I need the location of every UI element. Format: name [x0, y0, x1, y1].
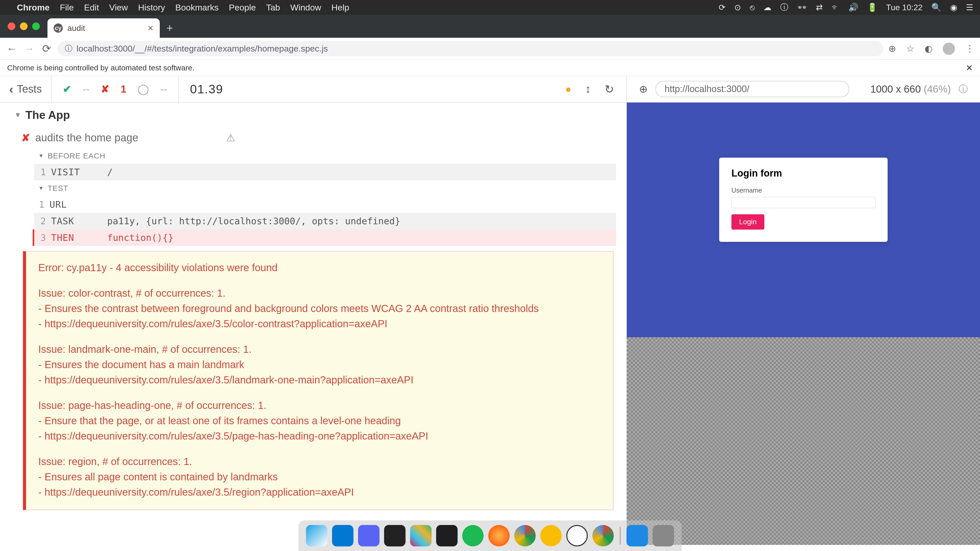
volume-icon[interactable]: 🔊 — [848, 3, 859, 12]
tray-icon[interactable]: ⟳ — [719, 3, 725, 12]
command-row-failed[interactable]: 3 THEN function(){} — [33, 229, 616, 246]
failed-count: 1 — [121, 83, 126, 95]
menu-window[interactable]: Window — [290, 3, 321, 13]
tray-icon[interactable]: ⊙ — [734, 3, 741, 12]
suite-header[interactable]: ▼ The App — [0, 103, 626, 127]
tab-favicon-icon: cy — [54, 24, 63, 33]
username-label: Username — [732, 186, 875, 194]
notice-text: Chrome is being controlled by automated … — [7, 64, 194, 72]
rerun-icon[interactable]: ↻ — [605, 83, 614, 96]
menu-help[interactable]: Help — [331, 3, 349, 13]
profile-avatar[interactable] — [943, 43, 955, 55]
issue-desc: - Ensure that the page, or at least one … — [38, 414, 601, 427]
dock-terminal[interactable] — [384, 525, 406, 546]
menu-people[interactable]: People — [229, 3, 256, 13]
tray-icon[interactable]: 👓 — [797, 3, 807, 12]
hook-before-each[interactable]: ▼ BEFORE EACH — [0, 148, 626, 164]
viewport-overflow — [627, 337, 980, 545]
site-info-icon[interactable]: ⓘ — [65, 43, 73, 54]
tray-icon[interactable]: ⎋ — [750, 3, 755, 12]
dock-cypress[interactable] — [566, 525, 588, 546]
suite-name: The App — [25, 109, 70, 121]
menu-tab[interactable]: Tab — [266, 3, 280, 13]
dock-finder[interactable] — [306, 525, 328, 546]
test-row[interactable]: ✘ audits the home page ⚠ — [0, 127, 626, 148]
menubar-tray: ⟳ ⊙ ⎋ ☁ ⓘ 👓 ⇄ ᯤ 🔊 🔋 Tue 10:22 🔍 ◉ ☰ — [719, 2, 974, 13]
passed-count: -- — [83, 83, 89, 95]
menu-icon[interactable]: ⋮ — [965, 43, 974, 54]
command-row[interactable]: 1 URL — [34, 196, 616, 213]
control-center-icon[interactable]: ☰ — [966, 3, 974, 12]
dock-chrome-canary[interactable] — [540, 525, 562, 546]
battery-icon[interactable]: 🔋 — [867, 3, 877, 12]
notice-close-icon[interactable]: ✕ — [966, 63, 973, 73]
preview-url[interactable]: http://localhost:3000/ — [655, 81, 850, 97]
dock-slack[interactable] — [410, 525, 431, 546]
dock-chrome-2[interactable] — [592, 525, 614, 546]
wifi-icon[interactable]: ᯤ — [832, 3, 840, 12]
issue-link: - https://dequeuniversity.com/rules/axe/… — [38, 317, 601, 330]
browser-tab[interactable]: cy audit ✕ — [48, 18, 160, 38]
tray-icon[interactable]: ☁ — [763, 3, 772, 12]
dock-trash[interactable] — [652, 525, 674, 546]
address-bar[interactable]: ⓘ localhost:3000/__/#/tests/integration/… — [58, 41, 883, 56]
tray-icon[interactable]: ⓘ — [780, 2, 788, 13]
dock-discord[interactable] — [358, 525, 380, 546]
dock-figma[interactable] — [436, 525, 458, 546]
window-minimize[interactable] — [20, 22, 27, 30]
command-row[interactable]: 2 TASK pa11y, {url: http://localhost:300… — [34, 213, 616, 229]
cmd-name: URL — [49, 199, 106, 210]
menu-file[interactable]: File — [60, 3, 74, 13]
tab-close-icon[interactable]: ✕ — [147, 24, 154, 33]
nav-reload-icon[interactable]: ⟳ — [40, 42, 52, 55]
dock-spotify[interactable] — [462, 525, 484, 546]
window-maximize[interactable] — [32, 22, 40, 30]
login-form-card: Login form Username Login — [719, 158, 888, 242]
new-tab-button[interactable]: + — [160, 18, 180, 38]
dock-app[interactable] — [627, 525, 648, 546]
preview-panel: ⊕ http://localhost:3000/ 1000 x 660 (46%… — [627, 76, 980, 545]
issue-link: - https://dequeuniversity.com/rules/axe/… — [38, 373, 601, 387]
extension-icon[interactable]: ◐ — [924, 43, 932, 54]
stats-bar: ‹ Tests ✔ -- ✘ 1 ◯ -- 01.39 ● ↕ ↻ — [0, 76, 626, 103]
error-header: Error: cy.pa11y - 4 accessibility violat… — [38, 261, 601, 275]
test-name: audits the home page — [35, 132, 138, 144]
issue-desc: - Ensures the document has a main landma… — [38, 358, 601, 372]
info-icon[interactable]: ⓘ — [959, 83, 968, 95]
pending-icon: ◯ — [138, 83, 149, 95]
clock[interactable]: Tue 10:22 — [886, 3, 923, 12]
cmd-args: function(){} — [107, 232, 173, 243]
siri-icon[interactable]: ◉ — [950, 3, 957, 12]
macos-dock — [298, 520, 682, 551]
window-close[interactable] — [8, 22, 15, 30]
command-row[interactable]: 1 VISIT / — [34, 164, 616, 180]
bookmark-icon[interactable]: ☆ — [906, 43, 915, 54]
username-input[interactable] — [732, 197, 875, 208]
browser-tab-bar: cy audit ✕ + — [0, 15, 980, 38]
browser-toolbar: ← → ⟳ ⓘ localhost:3000/__/#/tests/integr… — [0, 38, 980, 60]
zoom-icon[interactable]: ⊕ — [888, 43, 896, 54]
menu-history[interactable]: History — [138, 3, 165, 13]
nav-back-icon[interactable]: ← — [6, 43, 18, 55]
search-icon[interactable]: 🔍 — [931, 3, 942, 12]
preview-toolbar: ⊕ http://localhost:3000/ 1000 x 660 (46%… — [627, 76, 980, 103]
cmd-number: 2 — [36, 216, 51, 226]
selector-playground-icon[interactable]: ⊕ — [639, 83, 648, 95]
tests-back-button[interactable]: ‹ Tests — [0, 76, 52, 102]
dock-vscode[interactable] — [332, 525, 353, 546]
login-button[interactable]: Login — [732, 214, 764, 230]
viewport-toggle-icon[interactable]: ↕ — [585, 83, 591, 95]
hook-test[interactable]: ▼ TEST — [0, 180, 626, 196]
error-message: Error: cy.pa11y - 4 accessibility violat… — [23, 251, 614, 510]
cmd-number: 1 — [34, 199, 49, 210]
dock-chrome[interactable] — [514, 525, 536, 546]
viewport-dimensions: 1000 x 660 (46%) — [870, 83, 951, 95]
menu-view[interactable]: View — [109, 3, 128, 13]
tests-label: Tests — [17, 83, 42, 95]
menu-edit[interactable]: Edit — [84, 3, 99, 13]
menu-bookmarks[interactable]: Bookmarks — [175, 3, 219, 13]
menubar-app[interactable]: Chrome — [17, 3, 49, 13]
tray-icon[interactable]: ⇄ — [816, 3, 823, 12]
dock-firefox[interactable] — [488, 525, 510, 546]
warning-dot-icon[interactable]: ● — [565, 83, 571, 95]
